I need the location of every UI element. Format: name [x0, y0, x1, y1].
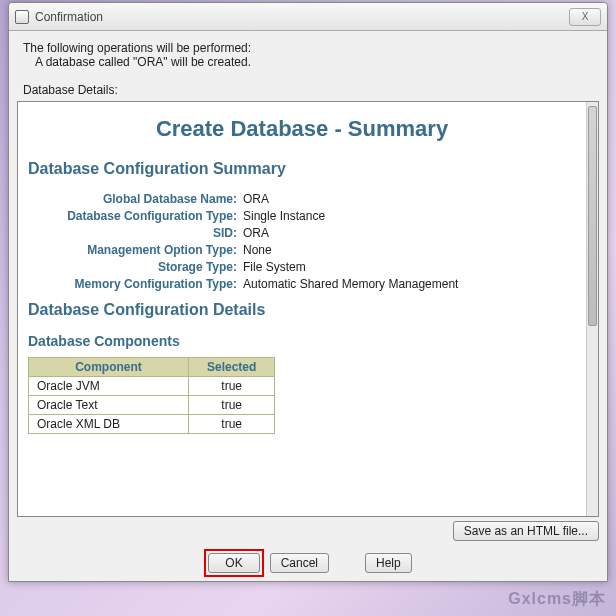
- vertical-scrollbar[interactable]: [586, 102, 598, 516]
- kv-key: Global Database Name:: [28, 192, 243, 206]
- kv-key: Management Option Type:: [28, 243, 243, 257]
- kv-value: Single Instance: [243, 209, 325, 223]
- dialog-button-row: OK Cancel Help: [9, 543, 607, 581]
- section-config-details: Database Configuration Details: [28, 301, 576, 319]
- kv-value: ORA: [243, 226, 269, 240]
- kv-key: Database Configuration Type:: [28, 209, 243, 223]
- kv-config-type: Database Configuration Type: Single Inst…: [28, 209, 576, 223]
- col-component: Component: [29, 358, 189, 377]
- kv-mgmt: Management Option Type: None: [28, 243, 576, 257]
- details-pane: Create Database - Summary Database Confi…: [17, 101, 599, 517]
- kv-key: Storage Type:: [28, 260, 243, 274]
- kv-sid: SID: ORA: [28, 226, 576, 240]
- message-line-1: The following operations will be perform…: [23, 41, 593, 55]
- table-row: Oracle Text true: [29, 396, 275, 415]
- component-selected: true: [189, 396, 275, 415]
- save-html-button[interactable]: Save as an HTML file...: [453, 521, 599, 541]
- message-line-2: A database called "ORA" will be created.: [35, 55, 593, 69]
- table-header-row: Component Selected: [29, 358, 275, 377]
- save-row: Save as an HTML file...: [9, 517, 607, 543]
- components-table: Component Selected Oracle JVM true Oracl…: [28, 357, 275, 434]
- component-selected: true: [189, 415, 275, 434]
- titlebar: Confirmation X: [9, 3, 607, 31]
- details-content: Create Database - Summary Database Confi…: [18, 102, 586, 516]
- help-button[interactable]: Help: [365, 553, 412, 573]
- window-title: Confirmation: [35, 10, 569, 24]
- scrollbar-thumb[interactable]: [588, 106, 597, 326]
- confirmation-dialog: Confirmation X The following operations …: [8, 2, 608, 582]
- ok-highlight: OK: [204, 549, 263, 577]
- ok-button[interactable]: OK: [208, 553, 259, 573]
- kv-storage: Storage Type: File System: [28, 260, 576, 274]
- section-config-summary: Database Configuration Summary: [28, 160, 576, 178]
- details-label: Database Details:: [23, 83, 607, 97]
- message-area: The following operations will be perform…: [9, 31, 607, 75]
- kv-key: Memory Configuration Type:: [28, 277, 243, 291]
- component-name: Oracle XML DB: [29, 415, 189, 434]
- kv-key: SID:: [28, 226, 243, 240]
- component-name: Oracle JVM: [29, 377, 189, 396]
- close-button[interactable]: X: [569, 8, 601, 26]
- close-icon: X: [582, 11, 589, 22]
- cancel-button[interactable]: Cancel: [270, 553, 329, 573]
- watermark: Gxlcms脚本: [508, 589, 606, 610]
- component-selected: true: [189, 377, 275, 396]
- col-selected: Selected: [189, 358, 275, 377]
- kv-value: None: [243, 243, 272, 257]
- table-row: Oracle XML DB true: [29, 415, 275, 434]
- kv-memory: Memory Configuration Type: Automatic Sha…: [28, 277, 576, 291]
- kv-value: Automatic Shared Memory Management: [243, 277, 458, 291]
- app-icon: [15, 10, 29, 24]
- table-row: Oracle JVM true: [29, 377, 275, 396]
- subsection-components: Database Components: [28, 333, 576, 349]
- component-name: Oracle Text: [29, 396, 189, 415]
- summary-title: Create Database - Summary: [28, 116, 576, 142]
- kv-value: File System: [243, 260, 306, 274]
- kv-global-db-name: Global Database Name: ORA: [28, 192, 576, 206]
- kv-value: ORA: [243, 192, 269, 206]
